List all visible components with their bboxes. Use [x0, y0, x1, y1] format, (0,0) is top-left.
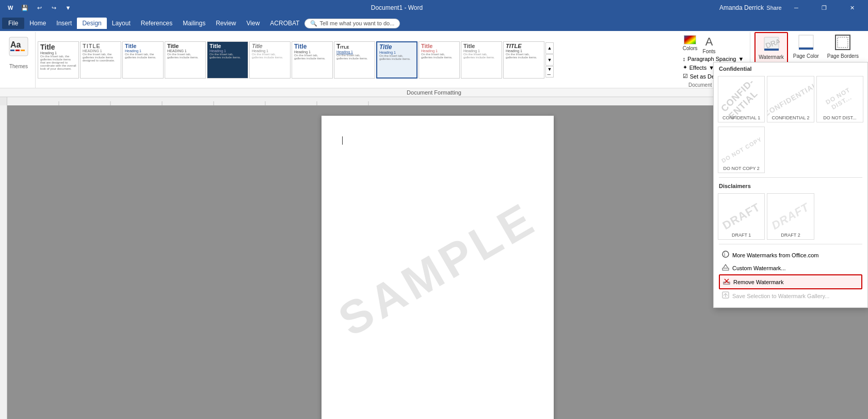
doc-format-label: Document Formatting	[407, 89, 461, 96]
themes-label: Themes	[9, 61, 28, 69]
style-item-9[interactable]: Title Heading 1 On the Insert tab, galle…	[376, 41, 417, 79]
title-bar: W 💾 ↩ ↪ ▼ Document1 - Word Amanda Derric…	[0, 0, 868, 15]
watermark-do-not-copy2[interactable]: DO NOT COPY DO NOT COPY 2	[718, 127, 765, 173]
svg-point-23	[722, 251, 729, 257]
tell-me-bar[interactable]: 🔍 Tell me what you want to do...	[304, 19, 400, 28]
colors-label: Colors	[683, 45, 698, 51]
svg-rect-11	[799, 48, 813, 50]
user-name: Amanda Derrick	[719, 4, 764, 11]
vertical-ruler	[0, 105, 7, 419]
menu-acrobat[interactable]: ACROBAT	[265, 18, 304, 29]
menu-layout[interactable]: Layout	[107, 18, 136, 29]
document-watermark: SAMPLE	[330, 191, 545, 347]
menu-design[interactable]: Design	[77, 18, 106, 29]
scroll-down-button[interactable]: ▼	[545, 54, 554, 66]
save-qat-button[interactable]: 💾	[19, 2, 31, 14]
watermark-do-not-dist[interactable]: DO NOTDIST... DO NOT DIST...	[816, 76, 863, 122]
page-borders-label: Page Borders	[827, 53, 859, 59]
watermark-conf1-label: CONFIDENTIAL 1	[718, 115, 764, 120]
watermark-draft2-label: DRAFT 2	[767, 232, 813, 238]
share-button[interactable]: Share	[768, 2, 780, 14]
watermark-dnd-text: DO NOTDIST...	[825, 86, 856, 113]
watermark-panel: Confidential CONFID-ENTIAL CONFIDENTIAL …	[713, 62, 868, 308]
watermark-dnc2-text: DO NOT COPY	[720, 136, 763, 164]
svg-rect-5	[15, 50, 20, 51]
save-watermark-label: Save Selection to Watermark Gallery...	[732, 293, 829, 299]
page-color-label: Page Color	[793, 53, 819, 59]
watermark-conf2-text: CONFIDENTIAL	[767, 81, 814, 118]
style-item-default[interactable]: Title Heading 1 On the Insert tab, the g…	[38, 41, 79, 79]
page-borders-button[interactable]: Page Borders	[824, 32, 862, 61]
style-item-7[interactable]: Title Heading 1 On the Insert tab, galle…	[292, 41, 333, 79]
style-item-3[interactable]: Title Heading 1 On the Insert tab, the g…	[122, 41, 164, 79]
style-item-10[interactable]: Title Heading 1 On the Insert tab, galle…	[419, 41, 460, 79]
svg-rect-26	[724, 282, 730, 284]
svg-rect-13	[838, 37, 848, 48]
fonts-button[interactable]: A Fonts	[701, 34, 718, 55]
undo-button[interactable]: ↩	[33, 2, 45, 14]
watermark-button[interactable]: DRAFT Watermark	[754, 32, 788, 63]
svg-rect-4	[10, 50, 14, 51]
scroll-more-button[interactable]: ▼─	[545, 66, 554, 77]
save-watermark-icon	[722, 291, 729, 300]
watermark-actions: i More Watermarks from Office.com Custom…	[714, 246, 867, 303]
restore-button[interactable]: ❐	[812, 0, 836, 15]
colors-button[interactable]: Colors	[681, 34, 700, 52]
effects-icon: ✦	[683, 64, 687, 71]
watermark-draft1-label: DRAFT 1	[718, 232, 764, 238]
confidential-section-label: Confidential	[714, 63, 867, 74]
watermark-draft1[interactable]: DRAFT DRAFT 1	[718, 193, 765, 240]
svg-text:W: W	[8, 5, 13, 11]
menu-bar: File Home Insert Design Layout Reference…	[0, 15, 868, 31]
redo-button[interactable]: ↪	[47, 2, 60, 14]
save-watermark-button[interactable]: Save Selection to Watermark Gallery...	[719, 289, 862, 302]
page-color-button[interactable]: Page Color	[790, 32, 822, 61]
color-swatch	[684, 35, 696, 44]
watermark-draft2-text: DRAFT	[769, 200, 812, 232]
svg-rect-10	[799, 35, 813, 48]
watermark-draft2[interactable]: DRAFT DRAFT 2	[767, 193, 814, 240]
minimize-button[interactable]: ─	[784, 0, 808, 15]
style-item-6[interactable]: Title Heading 1 On the Insert tab, galle…	[249, 41, 291, 79]
page-color-icon	[798, 34, 814, 52]
remove-watermark-button[interactable]: Remove Watermark	[719, 274, 862, 289]
watermark-label: Watermark	[759, 54, 784, 60]
menu-references[interactable]: References	[136, 18, 178, 29]
search-icon: 🔍	[310, 20, 317, 27]
style-item-2[interactable]: TITLE HEADING 1 On the Insert tab, the g…	[80, 41, 121, 79]
menu-view[interactable]: View	[242, 18, 265, 29]
panel-separator-2	[719, 244, 862, 244]
more-watermarks-button[interactable]: i More Watermarks from Office.com	[719, 249, 862, 261]
menu-file[interactable]: File	[2, 18, 24, 29]
menu-mailings[interactable]: Mailings	[178, 18, 211, 29]
ruler-corner	[0, 97, 7, 105]
menu-review[interactable]: Review	[211, 18, 241, 29]
scroll-up-button[interactable]: ▲	[545, 42, 554, 54]
custom-watermark-button[interactable]: Custom Watermark...	[719, 261, 862, 274]
document-page[interactable]: SAMPLE	[322, 116, 554, 419]
custom-watermark-label: Custom Watermark...	[732, 265, 786, 271]
style-item-5[interactable]: Title Heading 1 On the Insert tab, galle…	[207, 41, 248, 79]
text-cursor	[342, 136, 343, 145]
watermark-confidential1[interactable]: CONFID-ENTIAL CONFIDENTIAL 1	[718, 76, 765, 122]
style-item-11[interactable]: Title Heading 1 On the Insert tab, galle…	[461, 41, 502, 79]
menu-insert[interactable]: Insert	[51, 18, 77, 29]
svg-text:Aa: Aa	[10, 40, 21, 49]
menu-home[interactable]: Home	[24, 18, 51, 29]
themes-section: Aa Themes	[2, 32, 36, 88]
watermark-confidential2[interactable]: CONFIDENTIAL CONFIDENTIAL 2	[767, 76, 814, 122]
style-item-8[interactable]: Title Heading 1 On the Insert tab, galle…	[334, 41, 375, 79]
themes-button[interactable]: Aa Themes	[6, 34, 31, 71]
customize-qat-button[interactable]: ▼	[62, 2, 74, 14]
close-button[interactable]: ✕	[840, 0, 864, 15]
formatting-group-items: Colors A Fonts	[681, 32, 746, 55]
panel-separator-1	[719, 177, 862, 178]
style-item-12[interactable]: TITLE Heading 1 On the Insert tab, galle…	[503, 41, 544, 79]
style-item-4[interactable]: Title HEADING 1 On the Insert tab, galle…	[165, 41, 206, 79]
confidential-grid: CONFID-ENTIAL CONFIDENTIAL 1 CONFIDENTIA…	[714, 74, 867, 125]
do-not-copy-grid: DO NOT COPY DO NOT COPY 2	[714, 125, 867, 175]
paragraph-spacing-button[interactable]: ↕ Paragraph Spacing ▼	[681, 55, 746, 63]
set-default-icon: ☑	[683, 73, 688, 80]
more-watermarks-label: More Watermarks from Office.com	[732, 252, 818, 258]
watermark-icon: DRAFT	[763, 35, 780, 53]
